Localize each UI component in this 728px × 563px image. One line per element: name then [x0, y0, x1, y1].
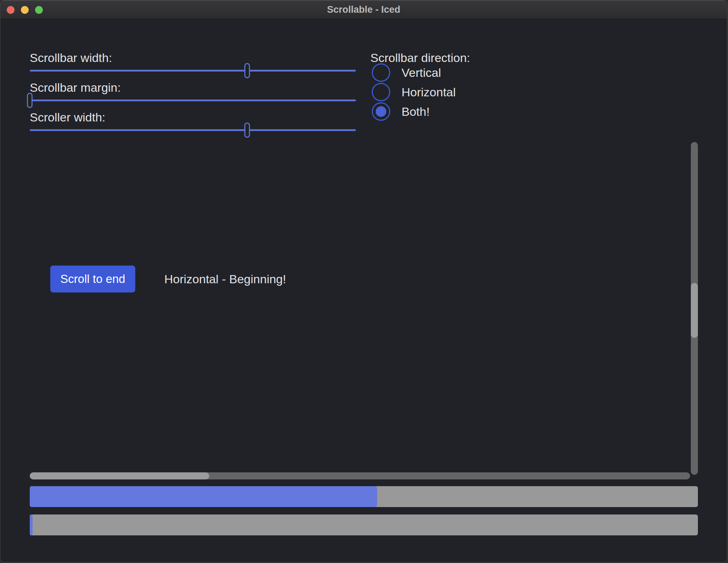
radio-selected-dot-icon [376, 106, 386, 117]
horizontal-progress-fill [30, 486, 377, 507]
scrollbar-margin-slider-handle[interactable] [27, 93, 33, 108]
scrollbar-width-slider[interactable] [30, 70, 356, 72]
scrollbar-margin-label: Scrollbar margin: [30, 81, 121, 95]
scroll-status-text: Horizontal - Beginning! [164, 266, 286, 292]
scroll-to-end-button[interactable]: Scroll to end [50, 266, 135, 292]
horizontal-scrollbar-thumb[interactable] [30, 472, 209, 479]
vertical-scrollbar-rail[interactable] [691, 142, 698, 475]
scrollbar-width-slider-handle[interactable] [244, 63, 250, 78]
radio-horizontal-label[interactable]: Horizontal [402, 85, 456, 99]
radio-both[interactable] [372, 102, 390, 121]
scroller-width-label: Scroller width: [30, 110, 106, 124]
radio-both-label[interactable]: Both! [402, 104, 430, 119]
scroller-width-slider[interactable] [30, 129, 356, 131]
window-title: Scrollable - Iced [0, 0, 727, 19]
app-window: Scrollable - Iced Scrollbar width: Scrol… [0, 0, 727, 562]
title-bar: Scrollable - Iced [0, 0, 727, 19]
radio-vertical-label[interactable]: Vertical [402, 66, 441, 80]
scrollbar-margin-slider[interactable] [30, 99, 356, 101]
radio-horizontal[interactable] [372, 83, 390, 101]
horizontal-progress-bar [30, 486, 698, 507]
horizontal-scrollbar-rail[interactable] [30, 472, 690, 479]
vertical-progress-bar [30, 514, 698, 535]
scrollbar-width-label: Scrollbar width: [30, 51, 112, 65]
radio-vertical[interactable] [372, 63, 390, 82]
scroller-width-slider-handle[interactable] [244, 123, 250, 138]
vertical-progress-fill [30, 514, 33, 535]
scrollbar-direction-label: Scrollbar direction: [370, 51, 470, 65]
vertical-scrollbar-thumb[interactable] [691, 283, 698, 338]
